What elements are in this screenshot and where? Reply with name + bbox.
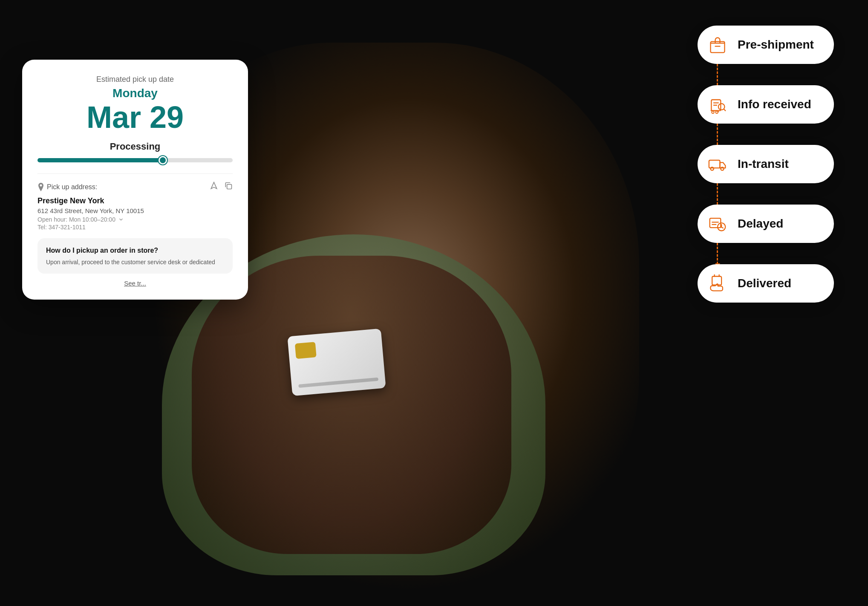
- card-subtitle: Estimated pick up date: [37, 75, 233, 84]
- chevron-down-icon: [118, 216, 124, 222]
- faq-card: How do I pickup an order in store? Upon …: [37, 238, 233, 274]
- progress-fill: [37, 158, 164, 162]
- truck-icon: [705, 152, 730, 176]
- status-item-in-transit: In-transit: [698, 145, 834, 183]
- pre-shipment-label: Pre-shipment: [738, 38, 814, 52]
- in-transit-label: In-transit: [738, 157, 789, 171]
- progress-bar: [37, 158, 233, 162]
- address-header: Pick up address:: [37, 182, 233, 192]
- connector-4-arrow: [717, 243, 718, 264]
- delayed-label: Delayed: [738, 217, 783, 231]
- store-address: 612 43rd Street, New York, NY 10015: [37, 207, 233, 214]
- svg-rect-9: [710, 218, 721, 228]
- status-pill-delivered: Delivered: [698, 264, 834, 303]
- svg-point-5: [715, 111, 718, 114]
- svg-point-7: [711, 167, 714, 170]
- svg-rect-0: [227, 185, 232, 189]
- order-card: Estimated pick up date Monday Mar 29 Pro…: [22, 60, 248, 300]
- see-more-link[interactable]: See tr...: [37, 280, 233, 287]
- delivered-label: Delivered: [738, 277, 791, 290]
- status-pill-delayed: Delayed: [698, 205, 834, 243]
- pin-icon: [37, 183, 44, 191]
- store-name: Prestige New York: [37, 196, 233, 205]
- connector-1: [717, 64, 718, 85]
- scan-icon: [705, 92, 730, 117]
- status-item-info-received: Info received: [698, 85, 834, 124]
- svg-point-8: [721, 167, 724, 170]
- card-status: Processing: [37, 141, 233, 152]
- status-item-pre-shipment: Pre-shipment: [698, 26, 834, 64]
- navigate-icon[interactable]: [210, 182, 218, 192]
- status-item-delivered: Delivered: [698, 264, 834, 303]
- svg-point-4: [712, 111, 714, 114]
- address-icons: [210, 182, 233, 192]
- connector-3: [717, 183, 718, 205]
- clock-box-icon: [705, 211, 730, 236]
- progress-dot: [159, 156, 167, 164]
- status-track: Pre-shipment Info received: [698, 26, 834, 303]
- status-pill-in-transit: In-transit: [698, 145, 834, 183]
- store-tel: Tel: 347-321-1011: [37, 224, 233, 231]
- status-pill-pre-shipment: Pre-shipment: [698, 26, 834, 64]
- status-pill-info-received: Info received: [698, 85, 834, 124]
- faq-question: How do I pickup an order in store?: [46, 247, 224, 254]
- card-day: Monday: [37, 87, 233, 100]
- hand-box-icon: [705, 271, 730, 296]
- connector-2: [717, 124, 718, 145]
- address-label: Pick up address:: [37, 183, 97, 191]
- store-hours: Open hour: Mon 10:00–20:00: [37, 216, 233, 223]
- status-item-delayed: Delayed: [698, 205, 834, 243]
- copy-icon[interactable]: [224, 182, 233, 192]
- faq-answer: Upon arrival, proceed to the customer se…: [46, 258, 224, 267]
- address-section: Pick up address: Prestige New York 612 4…: [37, 173, 233, 231]
- info-received-label: Info received: [738, 98, 811, 111]
- card-date: Mar 29: [37, 102, 233, 133]
- box-icon: [705, 32, 730, 57]
- svg-rect-6: [709, 160, 720, 168]
